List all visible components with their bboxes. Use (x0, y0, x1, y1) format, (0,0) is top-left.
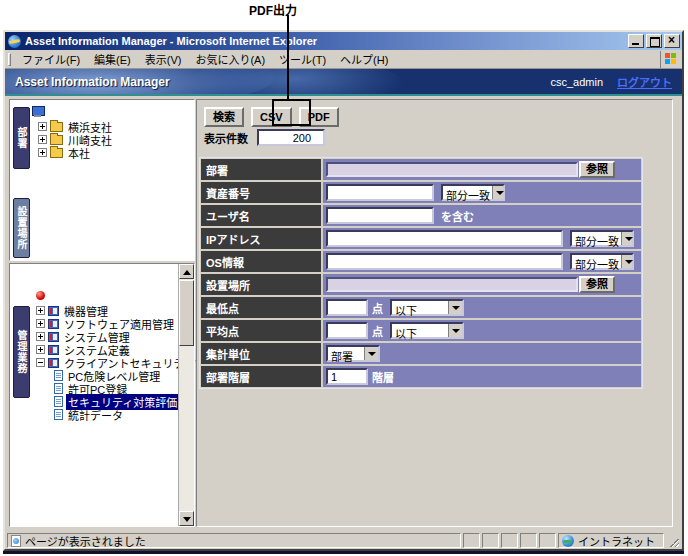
csv-button[interactable]: CSV (251, 107, 292, 127)
menu-favorites[interactable]: お気に入り(A) (188, 49, 272, 69)
logged-in-user: csc_admin (550, 76, 603, 88)
field-label: 部署 (201, 159, 321, 180)
menu-edit[interactable]: 編集(E) (87, 49, 138, 69)
select-value: 部分一致 (572, 232, 621, 245)
search-button[interactable]: 検索 (204, 107, 244, 127)
expand-icon[interactable] (38, 148, 47, 157)
field-label: IPアドレス (201, 228, 321, 249)
scroll-down-button[interactable] (179, 511, 194, 526)
dropdown-arrow-icon (621, 255, 632, 268)
os-info-match-select[interactable]: 部分一致 (570, 253, 634, 270)
form-row-asset-number: 資産番号 部分一致 (201, 182, 641, 203)
screenshot-root: { "annotation": { "label": "PDF出力" }, "t… (0, 0, 688, 556)
ie-icon (8, 35, 21, 48)
expand-icon[interactable] (38, 122, 47, 131)
collapse-icon[interactable] (36, 358, 45, 367)
contains-text: を含む (441, 208, 474, 224)
menu-help[interactable]: ヘルプ(H) (333, 49, 395, 69)
ip-address-match-select[interactable]: 部分一致 (570, 230, 634, 247)
arrow-down-icon (183, 517, 191, 522)
display-count-input[interactable] (257, 129, 325, 146)
form-row-ip-address: IPアドレス 部分一致 (201, 228, 641, 249)
tree-item-statistics[interactable]: 統計データ (66, 407, 125, 423)
dropdown-arrow-icon (492, 186, 503, 199)
maximize-button[interactable] (646, 34, 662, 48)
page-icon (54, 409, 63, 420)
field-label: OS情報 (201, 251, 321, 272)
asset-number-match-select[interactable]: 部分一致 (441, 184, 505, 201)
status-message: ページが表示されました (25, 533, 146, 549)
title-bar: Asset Information Manager - Microsoft In… (5, 32, 682, 50)
ip-address-input[interactable] (326, 230, 563, 247)
pdf-button[interactable]: PDF (299, 107, 339, 127)
callout-label: PDF出力 (249, 1, 297, 18)
form-row-avg-score: 平均点 点 以下 (201, 320, 641, 341)
book-icon (48, 319, 59, 329)
asset-number-input[interactable] (326, 184, 434, 201)
status-pane (463, 533, 480, 548)
tree-item: 統計データ (54, 408, 125, 421)
menu-grip (8, 53, 11, 66)
dropdown-arrow-icon (448, 324, 462, 337)
window-shadow (3, 551, 684, 554)
menu-tools[interactable]: ツール(T) (272, 49, 333, 69)
expand-icon[interactable] (36, 306, 45, 315)
location-browse-button[interactable]: 参照 (579, 276, 615, 293)
form-row-location: 設置場所 参照 (201, 274, 641, 295)
expand-icon[interactable] (36, 319, 45, 328)
select-value: 以下 (392, 324, 448, 337)
page-icon (54, 370, 63, 381)
department-tree-panel: 部署 設置場所 横浜支社 川崎支社 本社 (9, 99, 195, 261)
expand-icon[interactable] (36, 332, 45, 341)
expand-icon[interactable] (36, 345, 45, 354)
folder-icon (50, 135, 63, 145)
avg-score-input[interactable] (326, 322, 368, 339)
field-label: ユーザ名 (201, 205, 321, 226)
page-icon (54, 383, 63, 394)
minimize-button[interactable] (628, 34, 644, 48)
status-pane (539, 533, 556, 548)
callout-line (287, 15, 289, 101)
status-pane (520, 533, 537, 548)
logout-link[interactable]: ログアウト (617, 74, 672, 90)
aggregation-unit-select[interactable]: 部署 (326, 345, 380, 362)
field-label: 集計単位 (201, 343, 321, 364)
field-label: 最低点 (201, 297, 321, 318)
computer-icon (32, 106, 45, 117)
department-browse-button[interactable]: 参照 (579, 161, 615, 178)
management-menu-panel: 管理業務 機器管理 ソフトウェア適用管理 システム管理 (9, 263, 195, 527)
tree-item-honsha[interactable]: 本社 (66, 145, 92, 161)
select-value: 以下 (392, 301, 448, 314)
select-value: 部分一致 (443, 186, 492, 199)
department-level-input[interactable] (326, 368, 368, 385)
scroll-up-button[interactable] (179, 264, 194, 279)
expand-icon[interactable] (38, 135, 47, 144)
field-label: 設置場所 (201, 274, 321, 295)
book-icon (48, 306, 59, 316)
scroll-thumb[interactable] (179, 280, 194, 346)
menu-view[interactable]: 表示(V) (138, 49, 189, 69)
toolbar: 検索 CSV PDF (204, 107, 339, 127)
points-unit-text: 点 (372, 323, 383, 339)
department-field[interactable] (326, 162, 578, 177)
location-field[interactable] (326, 277, 578, 292)
root-node-icon (36, 291, 45, 300)
book-icon (48, 332, 59, 342)
user-name-input[interactable] (326, 207, 434, 224)
level-unit-text: 階層 (372, 369, 394, 385)
book-icon (48, 358, 59, 368)
resize-grip[interactable] (666, 533, 680, 548)
tree-scrollbar[interactable] (178, 264, 194, 526)
dropdown-arrow-icon (621, 232, 632, 245)
form-row-aggregation-unit: 集計単位 部署 (201, 343, 641, 364)
min-score-condition-select[interactable]: 以下 (390, 299, 464, 316)
app-banner: Asset Information Manager csc_admin ログアウ… (5, 69, 682, 94)
search-form-panel: 検索 CSV PDF 表示件数 部署 参照 資産番号 (196, 99, 673, 527)
form-row-user-name: ユーザ名 を含む (201, 205, 641, 226)
avg-score-condition-select[interactable]: 以下 (390, 322, 464, 339)
menu-file[interactable]: ファイル(F) (15, 49, 87, 69)
os-info-input[interactable] (326, 253, 563, 270)
min-score-input[interactable] (326, 299, 368, 316)
security-zone-label: イントラネット (578, 533, 655, 549)
close-button[interactable] (664, 34, 680, 48)
